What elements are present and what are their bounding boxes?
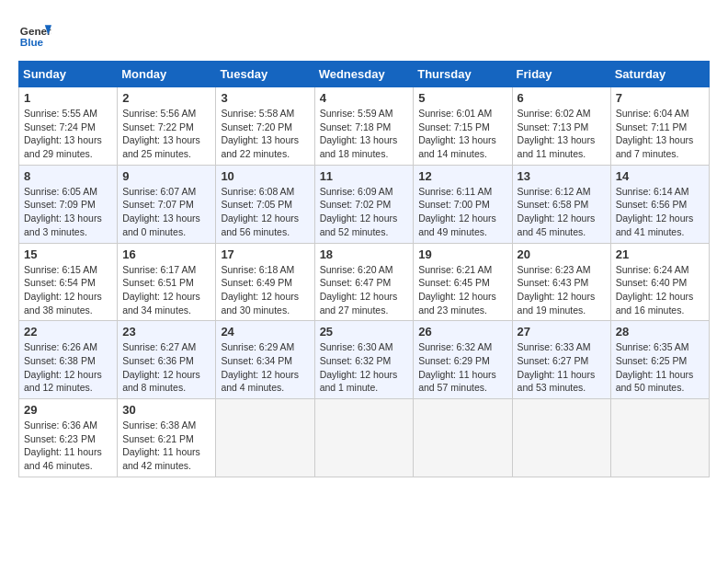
day-info: Sunrise: 5:56 AMSunset: 7:22 PMDaylight:… [122, 107, 210, 161]
day-number: 29 [24, 403, 112, 417]
day-number: 15 [24, 247, 112, 261]
calendar-cell: 15Sunrise: 6:15 AMSunset: 6:54 PMDayligh… [19, 243, 118, 321]
calendar-cell [512, 399, 610, 477]
day-number: 26 [418, 325, 506, 339]
day-info: Sunrise: 6:08 AMSunset: 7:05 PMDaylight:… [221, 185, 309, 239]
calendar-cell [314, 399, 414, 477]
calendar-cell: 20Sunrise: 6:23 AMSunset: 6:43 PMDayligh… [512, 243, 610, 321]
weekday-tuesday: Tuesday [216, 62, 314, 87]
day-info: Sunrise: 5:55 AMSunset: 7:24 PMDaylight:… [24, 107, 112, 161]
day-info: Sunrise: 6:26 AMSunset: 6:38 PMDaylight:… [24, 340, 112, 395]
day-info: Sunrise: 6:36 AMSunset: 6:23 PMDaylight:… [24, 419, 112, 473]
calendar-cell: 24Sunrise: 6:29 AMSunset: 6:34 PMDayligh… [216, 321, 314, 399]
day-number: 3 [221, 91, 309, 105]
weekday-header-row: SundayMondayTuesdayWednesdayThursdayFrid… [19, 62, 710, 87]
calendar-cell: 21Sunrise: 6:24 AMSunset: 6:40 PMDayligh… [610, 243, 709, 321]
day-info: Sunrise: 6:17 AMSunset: 6:51 PMDaylight:… [122, 263, 210, 317]
calendar-week-3: 15Sunrise: 6:15 AMSunset: 6:54 PMDayligh… [19, 243, 710, 321]
day-info: Sunrise: 6:07 AMSunset: 7:07 PMDaylight:… [122, 185, 210, 239]
day-number: 20 [518, 247, 606, 261]
day-number: 5 [418, 91, 506, 105]
calendar-cell: 30Sunrise: 6:38 AMSunset: 6:21 PMDayligh… [118, 399, 216, 477]
day-info: Sunrise: 6:04 AMSunset: 7:11 PMDaylight:… [616, 107, 704, 161]
logo: General Blue [18, 18, 51, 52]
day-number: 18 [320, 247, 409, 261]
calendar-cell [414, 399, 512, 477]
calendar-cell: 23Sunrise: 6:27 AMSunset: 6:36 PMDayligh… [118, 321, 216, 399]
day-number: 25 [320, 325, 409, 339]
calendar-cell: 4Sunrise: 5:59 AMSunset: 7:18 PMDaylight… [314, 87, 414, 166]
calendar-cell: 14Sunrise: 6:14 AMSunset: 6:56 PMDayligh… [610, 165, 709, 243]
calendar-week-5: 29Sunrise: 6:36 AMSunset: 6:23 PMDayligh… [19, 399, 710, 477]
page-header: General Blue [18, 18, 710, 52]
weekday-saturday: Saturday [610, 62, 709, 87]
day-info: Sunrise: 6:30 AMSunset: 6:32 PMDaylight:… [320, 340, 409, 395]
calendar-cell: 25Sunrise: 6:30 AMSunset: 6:32 PMDayligh… [314, 321, 414, 399]
day-info: Sunrise: 6:11 AMSunset: 7:00 PMDaylight:… [418, 185, 506, 239]
day-number: 17 [221, 247, 309, 261]
calendar-cell: 1Sunrise: 5:55 AMSunset: 7:24 PMDaylight… [19, 87, 118, 166]
calendar-cell: 12Sunrise: 6:11 AMSunset: 7:00 PMDayligh… [414, 165, 512, 243]
calendar-cell: 28Sunrise: 6:35 AMSunset: 6:25 PMDayligh… [610, 321, 709, 399]
calendar-cell: 26Sunrise: 6:32 AMSunset: 6:29 PMDayligh… [414, 321, 512, 399]
day-info: Sunrise: 6:05 AMSunset: 7:09 PMDaylight:… [24, 185, 112, 239]
day-info: Sunrise: 5:58 AMSunset: 7:20 PMDaylight:… [221, 107, 309, 161]
day-info: Sunrise: 6:32 AMSunset: 6:29 PMDaylight:… [418, 340, 506, 395]
calendar-cell: 6Sunrise: 6:02 AMSunset: 7:13 PMDaylight… [512, 87, 610, 166]
calendar-cell: 2Sunrise: 5:56 AMSunset: 7:22 PMDaylight… [118, 87, 216, 166]
day-number: 23 [122, 325, 210, 339]
day-number: 24 [221, 325, 309, 339]
calendar-cell: 11Sunrise: 6:09 AMSunset: 7:02 PMDayligh… [314, 165, 414, 243]
calendar-cell: 13Sunrise: 6:12 AMSunset: 6:58 PMDayligh… [512, 165, 610, 243]
day-number: 16 [122, 247, 210, 261]
day-number: 6 [518, 91, 606, 105]
weekday-sunday: Sunday [19, 62, 118, 87]
weekday-thursday: Thursday [414, 62, 512, 87]
day-number: 19 [418, 247, 506, 261]
day-info: Sunrise: 6:21 AMSunset: 6:45 PMDaylight:… [418, 263, 506, 317]
calendar-cell: 18Sunrise: 6:20 AMSunset: 6:47 PMDayligh… [314, 243, 414, 321]
day-info: Sunrise: 6:20 AMSunset: 6:47 PMDaylight:… [320, 263, 409, 317]
day-number: 4 [320, 91, 409, 105]
day-info: Sunrise: 6:01 AMSunset: 7:15 PMDaylight:… [418, 107, 506, 161]
day-info: Sunrise: 6:35 AMSunset: 6:25 PMDaylight:… [616, 340, 704, 395]
day-info: Sunrise: 6:14 AMSunset: 6:56 PMDaylight:… [616, 185, 704, 239]
day-info: Sunrise: 6:29 AMSunset: 6:34 PMDaylight:… [221, 340, 309, 395]
day-info: Sunrise: 6:23 AMSunset: 6:43 PMDaylight:… [518, 263, 606, 317]
calendar-cell: 22Sunrise: 6:26 AMSunset: 6:38 PMDayligh… [19, 321, 118, 399]
calendar-week-1: 1Sunrise: 5:55 AMSunset: 7:24 PMDaylight… [19, 87, 710, 166]
day-info: Sunrise: 6:27 AMSunset: 6:36 PMDaylight:… [122, 340, 210, 395]
day-number: 22 [24, 325, 112, 339]
calendar-cell: 17Sunrise: 6:18 AMSunset: 6:49 PMDayligh… [216, 243, 314, 321]
calendar-cell: 19Sunrise: 6:21 AMSunset: 6:45 PMDayligh… [414, 243, 512, 321]
calendar-cell: 7Sunrise: 6:04 AMSunset: 7:11 PMDaylight… [610, 87, 709, 166]
calendar-cell [216, 399, 314, 477]
day-number: 2 [122, 91, 210, 105]
day-number: 13 [518, 169, 606, 183]
day-number: 11 [320, 169, 409, 183]
day-number: 9 [122, 169, 210, 183]
day-number: 30 [122, 403, 210, 417]
calendar-cell [610, 399, 709, 477]
weekday-monday: Monday [118, 62, 216, 87]
day-number: 10 [221, 169, 309, 183]
day-info: Sunrise: 6:15 AMSunset: 6:54 PMDaylight:… [24, 263, 112, 317]
calendar-cell: 29Sunrise: 6:36 AMSunset: 6:23 PMDayligh… [19, 399, 118, 477]
calendar-week-2: 8Sunrise: 6:05 AMSunset: 7:09 PMDaylight… [19, 165, 710, 243]
day-number: 21 [616, 247, 704, 261]
day-info: Sunrise: 5:59 AMSunset: 7:18 PMDaylight:… [320, 107, 409, 161]
day-info: Sunrise: 6:09 AMSunset: 7:02 PMDaylight:… [320, 185, 409, 239]
calendar-cell: 16Sunrise: 6:17 AMSunset: 6:51 PMDayligh… [118, 243, 216, 321]
day-info: Sunrise: 6:18 AMSunset: 6:49 PMDaylight:… [221, 263, 309, 317]
day-number: 7 [616, 91, 704, 105]
day-info: Sunrise: 6:38 AMSunset: 6:21 PMDaylight:… [122, 419, 210, 473]
calendar-table: SundayMondayTuesdayWednesdayThursdayFrid… [18, 61, 710, 477]
day-number: 1 [24, 91, 112, 105]
day-info: Sunrise: 6:33 AMSunset: 6:27 PMDaylight:… [518, 340, 606, 395]
day-info: Sunrise: 6:24 AMSunset: 6:40 PMDaylight:… [616, 263, 704, 317]
weekday-wednesday: Wednesday [314, 62, 414, 87]
logo-icon: General Blue [18, 18, 51, 52]
calendar-cell: 8Sunrise: 6:05 AMSunset: 7:09 PMDaylight… [19, 165, 118, 243]
day-number: 8 [24, 169, 112, 183]
calendar-cell: 3Sunrise: 5:58 AMSunset: 7:20 PMDaylight… [216, 87, 314, 166]
